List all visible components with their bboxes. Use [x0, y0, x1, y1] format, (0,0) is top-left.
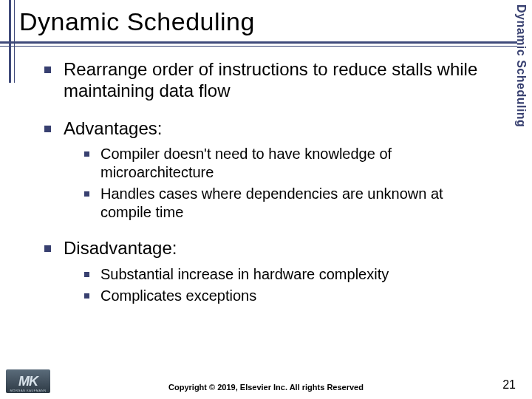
title-area: Dynamic Scheduling	[0, 0, 532, 36]
sub-bullet-item: Handles cases where dependencies are unk…	[84, 185, 488, 222]
page-number: 21	[502, 378, 516, 392]
bullet-text: Disadvantage:	[64, 238, 177, 258]
section-label-vertical: Dynamic Scheduling	[514, 4, 528, 127]
sub-bullet-item: Complicates exceptions	[84, 287, 488, 305]
sub-bullet-text: Substantial increase in hardware complex…	[100, 266, 389, 282]
sub-bullet-list: Compiler doesn't need to have knowledge …	[64, 145, 488, 222]
bullet-list: Rearrange order of instructions to reduc…	[30, 59, 488, 305]
sub-bullet-text: Handles cases where dependencies are unk…	[100, 185, 443, 220]
sub-bullet-text: Complicates exceptions	[100, 287, 256, 304]
slide-title: Dynamic Scheduling	[13, 7, 532, 36]
bullet-item: Disadvantage: Substantial increase in ha…	[44, 238, 488, 305]
title-underline-thick	[0, 41, 517, 44]
sub-bullet-text: Compiler doesn't need to have knowledge …	[100, 146, 392, 180]
bullet-item: Rearrange order of instructions to reduc…	[44, 59, 488, 102]
slide: Dynamic Scheduling Dynamic Scheduling Re…	[0, 0, 532, 399]
sub-bullet-item: Compiler doesn't need to have knowledge …	[84, 145, 488, 182]
bullet-item: Advantages: Compiler doesn't need to hav…	[44, 118, 488, 222]
bullet-text: Advantages:	[64, 118, 162, 138]
sub-bullet-list: Substantial increase in hardware complex…	[64, 265, 488, 305]
slide-body: Rearrange order of instructions to reduc…	[30, 59, 488, 321]
title-underline-thin	[0, 46, 517, 47]
sub-bullet-item: Substantial increase in hardware complex…	[84, 265, 488, 284]
bullet-text: Rearrange order of instructions to reduc…	[64, 59, 477, 100]
copyright-footer: Copyright © 2019, Elsevier Inc. All righ…	[0, 383, 532, 392]
